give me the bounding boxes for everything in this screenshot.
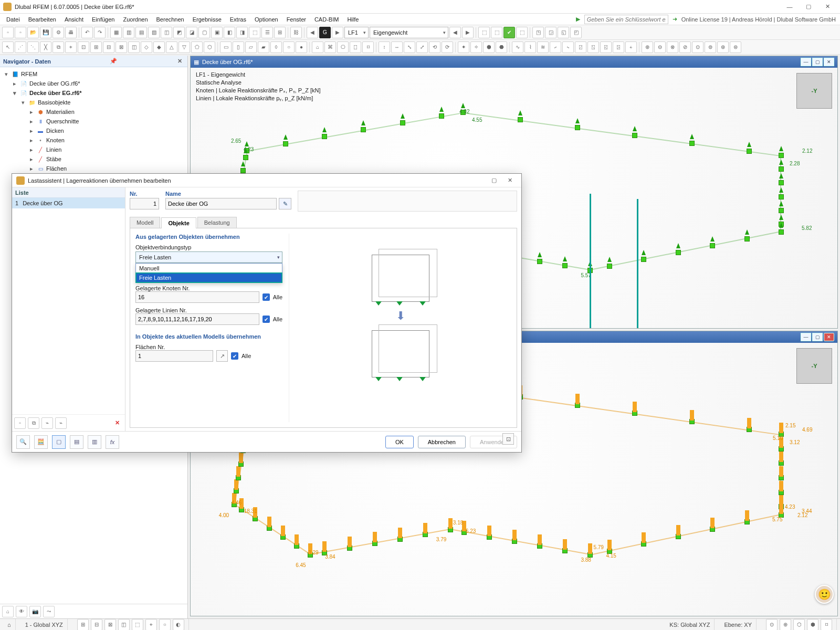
t2-54-icon[interactable]: ⊚ bbox=[705, 41, 716, 53]
tool-print-icon[interactable]: 🖶 bbox=[65, 27, 77, 38]
tool-settings-icon[interactable]: ⚙ bbox=[52, 27, 64, 38]
t2-41-icon[interactable]: ≋ bbox=[537, 41, 549, 53]
view-left-icon[interactable]: ◀ bbox=[307, 27, 318, 38]
t2-14-icon[interactable]: ▽ bbox=[178, 41, 190, 53]
tool-k-icon[interactable]: ◨ bbox=[236, 27, 248, 38]
tool-q2-icon[interactable]: ◲ bbox=[545, 27, 556, 38]
nodes-all-check[interactable]: ✔ bbox=[262, 293, 270, 301]
menu-extras[interactable]: Extras bbox=[226, 15, 250, 24]
tool-c-icon[interactable]: ▤ bbox=[135, 27, 147, 38]
tool-redo-icon[interactable]: ↷ bbox=[94, 27, 106, 38]
t2-46-icon[interactable]: ⍃ bbox=[600, 41, 612, 53]
keyword-search[interactable] bbox=[584, 15, 668, 24]
foot-c-icon[interactable]: ▥ bbox=[88, 435, 101, 449]
t2-02-icon[interactable]: ⋱ bbox=[27, 41, 39, 53]
dialog-max-icon[interactable]: ▢ bbox=[487, 175, 501, 186]
tool-check-icon[interactable]: ✔ bbox=[503, 27, 515, 38]
st-3-icon[interactable]: ⊠ bbox=[104, 619, 116, 631]
tool-save-icon[interactable]: 💾 bbox=[40, 27, 51, 38]
panel-close-icon[interactable]: ✕ bbox=[175, 58, 184, 65]
option-manuell[interactable]: Manuell bbox=[136, 264, 282, 273]
t2-03-icon[interactable]: ╳ bbox=[40, 41, 51, 53]
st-5-icon[interactable]: ⬚ bbox=[132, 619, 143, 631]
lines-input[interactable] bbox=[135, 313, 259, 325]
t2-26-icon[interactable]: ⎔ bbox=[337, 41, 349, 53]
t2-25-icon[interactable]: ⌘ bbox=[324, 41, 336, 53]
tree-thickness[interactable]: Dicken bbox=[46, 128, 64, 134]
snap-4-icon[interactable]: ⬢ bbox=[807, 619, 818, 631]
menu-datei[interactable]: Datei bbox=[2, 15, 24, 24]
t2-23-icon[interactable]: ● bbox=[296, 41, 307, 53]
tool-q1-icon[interactable]: ◳ bbox=[532, 27, 544, 38]
t2-16-icon[interactable]: ⬡ bbox=[204, 41, 215, 53]
foot-a-icon[interactable]: ▢ bbox=[52, 435, 66, 449]
option-freie-lasten[interactable]: Freie Lasten bbox=[136, 273, 282, 282]
t2-35-icon[interactable]: ✦ bbox=[458, 41, 469, 53]
tree-sections[interactable]: Querschnitte bbox=[46, 118, 79, 124]
surfaces-all-check[interactable]: ✔ bbox=[231, 352, 238, 360]
t2-38-icon[interactable]: ⬣ bbox=[496, 41, 507, 53]
snap-1-icon[interactable]: ⊙ bbox=[766, 619, 778, 631]
search-go-icon[interactable]: ➜ bbox=[673, 16, 677, 23]
tool-p2-icon[interactable]: ⬚ bbox=[491, 27, 502, 38]
t2-36-icon[interactable]: ✧ bbox=[470, 41, 482, 53]
dialog-list-item[interactable]: 1 Decke über OG bbox=[12, 198, 125, 208]
lc-prev-icon[interactable]: ◀ bbox=[449, 27, 461, 38]
tool-l-icon[interactable]: ⬚ bbox=[249, 27, 260, 38]
tool-p1-icon[interactable]: ⬚ bbox=[478, 27, 490, 38]
list-b2-icon[interactable]: ⌁ bbox=[55, 417, 67, 429]
close-button[interactable]: ✕ bbox=[818, 1, 837, 13]
name-input[interactable] bbox=[165, 198, 277, 209]
tool-link-icon[interactable]: ⛓ bbox=[290, 27, 302, 38]
t2-10-icon[interactable]: ◫ bbox=[128, 41, 140, 53]
menu-optionen[interactable]: Optionen bbox=[250, 15, 282, 24]
tool-undo-icon[interactable]: ↶ bbox=[81, 27, 93, 38]
t2-40-icon[interactable]: ⌇ bbox=[524, 41, 536, 53]
t2-37-icon[interactable]: ⬢ bbox=[483, 41, 495, 53]
play-icon[interactable]: ▶ bbox=[576, 16, 580, 23]
t2-21-icon[interactable]: ◊ bbox=[270, 41, 282, 53]
t2-13-icon[interactable]: △ bbox=[166, 41, 177, 53]
name-edit-icon[interactable]: ✎ bbox=[279, 198, 291, 209]
maximize-button[interactable]: ▢ bbox=[799, 1, 818, 13]
st-1-icon[interactable]: ⊞ bbox=[77, 619, 89, 631]
snap-5-icon[interactable]: ⌑ bbox=[821, 619, 832, 631]
viewport-1-header[interactable]: ▦ Decke über OG.rf6* — ▢ ✕ bbox=[191, 56, 837, 68]
t2-52-icon[interactable]: ⊘ bbox=[679, 41, 691, 53]
comment-area[interactable] bbox=[298, 191, 517, 212]
dialog-close-icon[interactable]: ✕ bbox=[502, 175, 517, 186]
tool-i-icon[interactable]: ▣ bbox=[211, 27, 223, 38]
list-b1-icon[interactable]: ⌁ bbox=[41, 417, 53, 429]
t2-22-icon[interactable]: ○ bbox=[283, 41, 295, 53]
t2-04-icon[interactable]: ⧉ bbox=[52, 41, 64, 53]
list-copy-icon[interactable]: ⧉ bbox=[28, 417, 39, 429]
t2-32-icon[interactable]: ⤢ bbox=[416, 41, 428, 53]
tab-modell[interactable]: Modell bbox=[130, 217, 160, 228]
t2-34-icon[interactable]: ⟳ bbox=[442, 41, 453, 53]
list-new-icon[interactable]: ▫ bbox=[14, 417, 26, 429]
t2-51-icon[interactable]: ⊗ bbox=[667, 41, 678, 53]
t2-49-icon[interactable]: ⊕ bbox=[642, 41, 653, 53]
t2-45-icon[interactable]: ⍂ bbox=[587, 41, 599, 53]
nr-input[interactable] bbox=[130, 198, 159, 209]
tree-surfaces[interactable]: Flächen bbox=[46, 165, 67, 172]
tree-nodes[interactable]: Knoten bbox=[46, 137, 65, 143]
diagram-zoom-icon[interactable]: ⊡ bbox=[502, 433, 514, 445]
pin-icon[interactable]: 📌 bbox=[108, 58, 119, 65]
loadcase-code-combo[interactable]: LF1 bbox=[344, 27, 369, 38]
tool-h-icon[interactable]: ▢ bbox=[198, 27, 210, 38]
t2-19-icon[interactable]: ▱ bbox=[245, 41, 257, 53]
t2-56-icon[interactable]: ⊜ bbox=[730, 41, 741, 53]
t2-43-icon[interactable]: ⍀ bbox=[562, 41, 574, 53]
menu-fenster[interactable]: Fenster bbox=[282, 15, 310, 24]
vp2-min-icon[interactable]: — bbox=[801, 333, 811, 341]
foot-calc-icon[interactable]: 🧮 bbox=[34, 435, 48, 449]
vp1-min-icon[interactable]: — bbox=[801, 58, 811, 66]
tab-belastung[interactable]: Belastung bbox=[197, 217, 237, 228]
tool-new2-icon[interactable]: ▫ bbox=[15, 27, 26, 38]
objtype-combo[interactable]: Freie Lasten Manuell Freie Lasten bbox=[135, 251, 282, 263]
t2-17-icon[interactable]: ▭ bbox=[220, 41, 232, 53]
tree-file-1[interactable]: Decke über EG.rf6* bbox=[29, 90, 82, 96]
cancel-button[interactable]: Abbrechen bbox=[418, 436, 466, 448]
minimize-button[interactable]: — bbox=[780, 1, 799, 13]
